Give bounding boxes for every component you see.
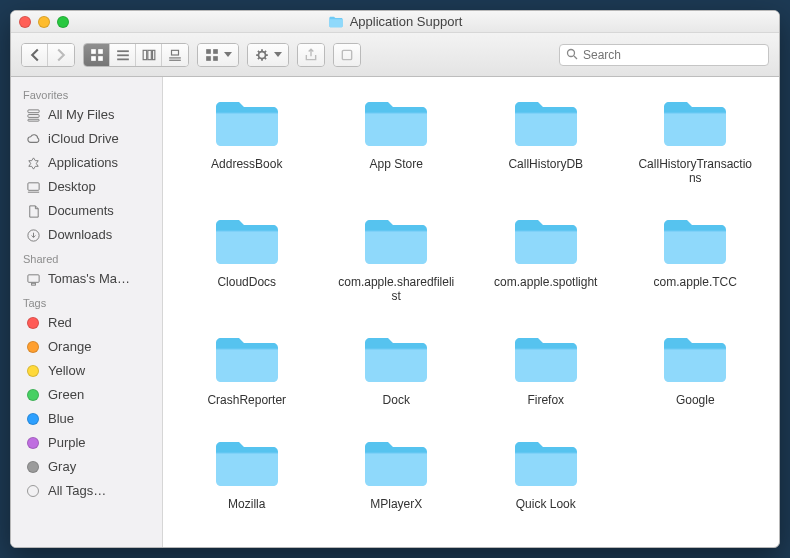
all-files-icon <box>25 107 41 123</box>
content-area[interactable]: AddressBookApp StoreCallHistoryDBCallHis… <box>163 77 779 547</box>
sidebar-item[interactable]: Blue <box>11 407 162 431</box>
sidebar-item[interactable]: iCloud Drive <box>11 127 162 151</box>
svg-rect-1 <box>98 49 103 54</box>
folder-item[interactable]: com.apple.spotlight <box>476 215 616 303</box>
svg-rect-18 <box>342 50 351 59</box>
sidebar-item[interactable]: Gray <box>11 455 162 479</box>
sidebar-header: Shared <box>11 247 162 267</box>
svg-rect-7 <box>143 50 147 59</box>
folder-icon <box>660 333 730 387</box>
coverflow-view-button[interactable] <box>162 44 188 66</box>
folder-icon <box>212 97 282 151</box>
close-button[interactable] <box>19 16 31 28</box>
svg-rect-6 <box>117 58 129 60</box>
folder-icon <box>511 437 581 491</box>
folder-icon <box>212 333 282 387</box>
folder-label: Quick Look <box>516 497 576 511</box>
folder-item[interactable]: Mozilla <box>177 437 317 511</box>
svg-rect-14 <box>213 49 218 54</box>
sidebar-item[interactable]: All My Files <box>11 103 162 127</box>
action-button[interactable] <box>248 44 288 66</box>
folder-item[interactable]: CallHistoryTransactions <box>626 97 766 185</box>
zoom-button[interactable] <box>57 16 69 28</box>
folder-label: Google <box>676 393 715 407</box>
sidebar-item[interactable]: All Tags… <box>11 479 162 503</box>
sidebar-item[interactable]: Tomas's Ma… <box>11 267 162 291</box>
sidebar-item[interactable]: Orange <box>11 335 162 359</box>
share-button[interactable] <box>298 44 324 66</box>
search-icon <box>566 46 578 64</box>
sidebar-item-label: Applications <box>48 153 118 173</box>
folder-item[interactable]: CrashReporter <box>177 333 317 407</box>
sidebar-item-label: Purple <box>48 433 86 453</box>
sidebar-item[interactable]: Red <box>11 311 162 335</box>
folder-label: com.apple.spotlight <box>494 275 597 289</box>
sidebar-item-label: Desktop <box>48 177 96 197</box>
folder-icon <box>660 215 730 269</box>
sidebar-item[interactable]: Downloads <box>11 223 162 247</box>
folder-label: Dock <box>383 393 410 407</box>
window-body: FavoritesAll My FilesiCloud DriveApplica… <box>11 77 779 547</box>
tag-all-icon <box>25 483 41 499</box>
folder-item[interactable]: Firefox <box>476 333 616 407</box>
view-mode <box>83 43 189 67</box>
sidebar-item[interactable]: Documents <box>11 199 162 223</box>
folder-item[interactable]: MPlayerX <box>327 437 467 511</box>
folder-item[interactable]: App Store <box>327 97 467 185</box>
titlebar[interactable]: Application Support <box>11 11 779 33</box>
column-view-button[interactable] <box>136 44 162 66</box>
folder-item[interactable]: com.apple.TCC <box>626 215 766 303</box>
tag-dot-icon <box>25 459 41 475</box>
svg-line-20 <box>574 56 577 59</box>
search-input[interactable] <box>583 48 762 62</box>
folder-icon <box>361 215 431 269</box>
folder-item[interactable]: Google <box>626 333 766 407</box>
sidebar-item-label: iCloud Drive <box>48 129 119 149</box>
folder-item[interactable]: Quick Look <box>476 437 616 511</box>
forward-button[interactable] <box>48 44 74 66</box>
arrange-dropdown <box>197 43 239 67</box>
folder-label: CloudDocs <box>217 275 276 289</box>
sidebar-item[interactable]: Applications <box>11 151 162 175</box>
sidebar-item[interactable]: Yellow <box>11 359 162 383</box>
svg-rect-10 <box>172 50 179 55</box>
share-button-group <box>297 43 325 67</box>
sidebar-item-label: Yellow <box>48 361 85 381</box>
svg-rect-0 <box>91 49 96 54</box>
tag-dot-icon <box>25 387 41 403</box>
folder-item[interactable]: AddressBook <box>177 97 317 185</box>
folder-icon <box>511 333 581 387</box>
cloud-icon <box>25 131 41 147</box>
svg-rect-13 <box>206 49 211 54</box>
folder-item[interactable]: Dock <box>327 333 467 407</box>
svg-rect-22 <box>27 114 38 117</box>
svg-rect-24 <box>27 182 38 190</box>
arrange-button[interactable] <box>198 44 238 66</box>
tag-dot-icon <box>25 435 41 451</box>
svg-rect-5 <box>117 54 129 56</box>
sidebar-item-label: All My Files <box>48 105 114 125</box>
minimize-button[interactable] <box>38 16 50 28</box>
tag-dot-icon <box>25 315 41 331</box>
folder-icon <box>212 215 282 269</box>
folder-icon <box>361 97 431 151</box>
sidebar-item[interactable]: Purple <box>11 431 162 455</box>
folder-item[interactable]: CloudDocs <box>177 215 317 303</box>
svg-rect-2 <box>91 56 96 61</box>
sidebar-item-label: Downloads <box>48 225 112 245</box>
desktop-icon <box>25 179 41 195</box>
icon-view-button[interactable] <box>84 44 110 66</box>
tags-button[interactable] <box>334 44 360 66</box>
list-view-button[interactable] <box>110 44 136 66</box>
back-button[interactable] <box>22 44 48 66</box>
svg-rect-9 <box>152 50 154 59</box>
sidebar-item[interactable]: Green <box>11 383 162 407</box>
search-field[interactable] <box>559 44 769 66</box>
sidebar-item[interactable]: Desktop <box>11 175 162 199</box>
folder-item[interactable]: CallHistoryDB <box>476 97 616 185</box>
folder-grid: AddressBookApp StoreCallHistoryDBCallHis… <box>177 97 765 511</box>
folder-item[interactable]: com.apple.sharedfilelist <box>327 215 467 303</box>
toolbar <box>11 33 779 77</box>
folder-label: AddressBook <box>211 157 282 171</box>
svg-point-19 <box>568 49 575 56</box>
